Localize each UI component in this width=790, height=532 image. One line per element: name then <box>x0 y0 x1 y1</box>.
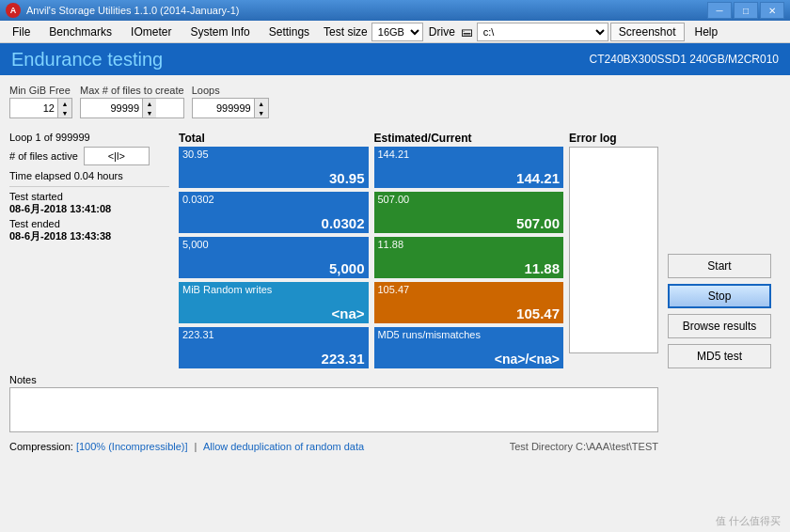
loop-label: Loop 1 of 999999 <box>9 132 90 143</box>
total-row-4: 223.31 223.31 <box>179 327 369 368</box>
files-active-label: # of files active <box>9 150 78 162</box>
loops-up[interactable]: ▲ <box>255 99 268 108</box>
error-log-box <box>569 147 658 353</box>
min-gib-up[interactable]: ▲ <box>58 99 71 108</box>
loop-row: Loop 1 of 999999 <box>9 132 169 143</box>
drive-label: Drive <box>429 25 455 39</box>
app-header-title: Endurance testing <box>11 49 163 70</box>
compression-label: Compression: <box>9 441 73 452</box>
max-files-arrows: ▲ ▼ <box>142 99 156 117</box>
min-gib-spinner: ▲ ▼ <box>9 98 72 118</box>
menu-benchmarks[interactable]: Benchmarks <box>40 22 120 42</box>
time-elapsed-row: Time elapsed 0.04 hours <box>9 169 169 182</box>
max-files-spinner: ▲ ▼ <box>80 98 184 118</box>
est-row-0-value: 144.21 <box>516 170 560 186</box>
loops-down[interactable]: ▼ <box>255 108 268 117</box>
allow-dedup[interactable]: Allow deduplication of random data <box>203 441 364 452</box>
compression-value[interactable]: [100% (Incompressible)] <box>76 441 188 452</box>
minimize-button[interactable]: ─ <box>707 2 732 19</box>
max-files-up[interactable]: ▲ <box>143 99 156 108</box>
total-row-2-value: 5,000 <box>329 260 365 276</box>
loops-group: Loops ▲ ▼ <box>192 85 269 118</box>
total-row-2: 5,000 5,000 <box>179 237 369 278</box>
est-row-4-label: MD5 runs/mismatches <box>378 329 481 340</box>
time-elapsed-label: Time elapsed 0.04 hours <box>9 170 123 181</box>
menu-bar: File Benchmarks IOmeter System Info Sett… <box>0 21 790 43</box>
loops-input[interactable] <box>193 99 254 117</box>
estimated-header: Estimated/Current <box>374 132 564 145</box>
min-gib-label: Min GiB Free <box>9 85 72 96</box>
browse-results-button[interactable]: Browse results <box>668 314 771 338</box>
params-row: Min GiB Free ▲ ▼ Max # of files to creat… <box>9 85 658 118</box>
main-content: Min GiB Free ▲ ▼ Max # of files to creat… <box>0 75 790 532</box>
right-buttons: Start Stop Browse results MD5 test <box>668 85 781 523</box>
loops-label: Loops <box>192 85 269 96</box>
metrics-section: Total 30.95 30.95 0.0302 0.0302 5,000 5, <box>179 132 658 368</box>
test-ended-label: Test ended <box>9 218 169 229</box>
info-column: Loop 1 of 999999 # of files active <|l> … <box>9 132 169 368</box>
est-row-2-label: 11.88 <box>378 239 404 250</box>
menu-file[interactable]: File <box>4 22 39 42</box>
total-row-0-label: 30.95 <box>182 149 209 160</box>
est-row-3: 105.47 105.47 <box>374 282 564 323</box>
title-bar-controls: ─ □ ✕ <box>707 2 784 19</box>
middle-section: Loop 1 of 999999 # of files active <|l> … <box>9 132 658 368</box>
md5-test-button[interactable]: MD5 test <box>668 344 771 368</box>
files-active-row: # of files active <|l> <box>9 147 169 165</box>
est-row-0-label: 144.21 <box>378 149 410 160</box>
total-header: Total <box>179 132 369 145</box>
app-header-drive: CT240BX300SSD1 240GB/M2CR010 <box>590 53 779 66</box>
menu-help[interactable]: Help <box>687 22 727 42</box>
loops-spinner: ▲ ▼ <box>192 98 269 118</box>
est-row-4-value: <na>/<na> <box>495 352 560 367</box>
test-dir: Test Directory C:\AAA\test\TEST <box>510 441 658 452</box>
est-row-3-value: 105.47 <box>516 305 560 321</box>
menu-iometer[interactable]: IOmeter <box>122 22 180 42</box>
total-row-1-value: 0.0302 <box>322 215 365 231</box>
error-log-header: Error log <box>569 132 658 145</box>
test-started-value: 08-6月-2018 13:41:08 <box>9 202 169 216</box>
total-row-0-value: 30.95 <box>329 170 365 186</box>
title-bar: A Anvil's Storage Utilities 1.1.0 (2014-… <box>0 0 790 21</box>
compression-row: Compression: [100% (Incompressible)] | A… <box>9 441 364 452</box>
test-started-label: Test started <box>9 191 169 202</box>
total-row-1: 0.0302 0.0302 <box>179 192 369 233</box>
max-files-down[interactable]: ▼ <box>143 108 156 117</box>
estimated-column: Estimated/Current 144.21 144.21 507.00 5… <box>374 132 564 368</box>
drive-icon: 🖴 <box>461 24 473 39</box>
est-row-2: 11.88 11.88 <box>374 237 564 278</box>
notes-textarea[interactable] <box>9 387 658 432</box>
total-column: Total 30.95 30.95 0.0302 0.0302 5,000 5, <box>179 132 369 368</box>
min-gib-arrows: ▲ ▼ <box>57 99 71 117</box>
max-files-input[interactable] <box>81 99 142 117</box>
est-row-0: 144.21 144.21 <box>374 147 564 188</box>
total-row-3-label: MiB Random writes <box>182 284 272 295</box>
maximize-button[interactable]: □ <box>734 2 758 19</box>
drive-group: Drive 🖴 c:\ <box>429 23 608 41</box>
min-gib-input[interactable] <box>10 99 57 117</box>
menu-system-info[interactable]: System Info <box>182 22 258 42</box>
screenshot-button[interactable]: Screenshot <box>610 23 685 41</box>
total-row-2-label: 5,000 <box>182 239 209 250</box>
total-row-0: 30.95 30.95 <box>179 147 369 188</box>
est-row-3-label: 105.47 <box>378 284 410 295</box>
bottom-section: Notes Compression: [100% (Incompressible… <box>9 374 658 452</box>
test-ended-row: Test ended 08-6月-2018 13:43:38 <box>9 218 169 243</box>
app-icon: A <box>6 3 21 18</box>
watermark: 值 什么值得买 <box>716 514 781 528</box>
close-button[interactable]: ✕ <box>760 2 784 19</box>
stop-button[interactable]: Stop <box>668 284 771 308</box>
min-gib-down[interactable]: ▼ <box>58 108 71 117</box>
menu-settings[interactable]: Settings <box>261 22 318 42</box>
total-row-4-value: 223.31 <box>322 351 365 367</box>
total-row-3: MiB Random writes <na> <box>179 282 369 323</box>
test-size-select[interactable]: 16GB <box>371 23 423 41</box>
drive-select[interactable]: c:\ <box>477 23 608 41</box>
files-active-value: <|l> <box>108 150 125 162</box>
max-files-label: Max # of files to create <box>80 85 184 96</box>
est-row-2-value: 11.88 <box>524 260 560 276</box>
max-files-group: Max # of files to create ▲ ▼ <box>80 85 184 118</box>
notes-label: Notes <box>9 374 658 385</box>
start-button[interactable]: Start <box>668 254 771 278</box>
test-started-row: Test started 08-6月-2018 13:41:08 <box>9 191 169 216</box>
